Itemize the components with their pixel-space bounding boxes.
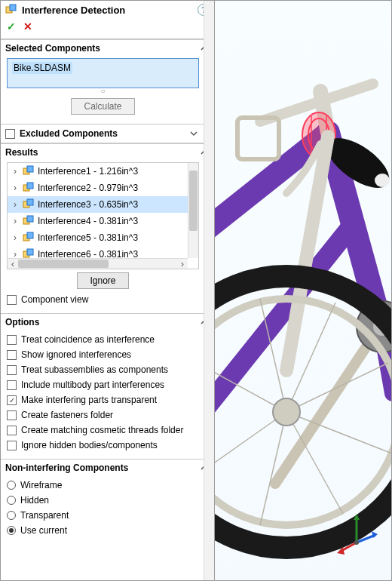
options-body: Treat coincidence as interferenceShow ig… bbox=[1, 329, 214, 459]
results-vscrollbar[interactable] bbox=[188, 163, 198, 258]
results-header[interactable]: Results bbox=[1, 143, 214, 159]
expand-caret-icon[interactable]: › bbox=[11, 166, 20, 177]
option-checkbox[interactable] bbox=[7, 426, 17, 435]
option-row[interactable]: Show ignored interferences bbox=[7, 347, 199, 362]
resize-grip[interactable]: ○ bbox=[7, 87, 199, 95]
result-item[interactable]: ›Interference4 - 0.381in^3 bbox=[8, 213, 188, 229]
svg-rect-5 bbox=[27, 183, 33, 189]
option-row[interactable]: Treat subassemblies as components bbox=[7, 362, 199, 377]
result-label: Interference5 - 0.381in^3 bbox=[38, 232, 138, 243]
options-header[interactable]: Options bbox=[1, 313, 214, 329]
selected-components-label: Selected Components bbox=[5, 43, 100, 54]
calculate-button[interactable]: Calculate bbox=[71, 98, 134, 115]
graphics-viewport[interactable] bbox=[215, 1, 391, 580]
selected-item: Bike.SLDASM bbox=[12, 62, 72, 74]
radio-label: Hidden bbox=[20, 495, 49, 506]
result-label: Interference1 - 1.216in^3 bbox=[38, 166, 138, 177]
option-checkbox[interactable] bbox=[7, 335, 17, 345]
svg-line-29 bbox=[286, 363, 388, 412]
radio-button[interactable] bbox=[7, 526, 16, 535]
result-label: Interference2 - 0.979in^3 bbox=[38, 183, 138, 193]
selected-components-input[interactable]: Bike.SLDASM bbox=[7, 58, 199, 88]
selected-components-body: Bike.SLDASM ○ Calculate bbox=[1, 55, 214, 124]
option-checkbox[interactable]: ✓ bbox=[7, 395, 17, 405]
svg-line-26 bbox=[215, 412, 286, 484]
panel-scrollbar[interactable] bbox=[204, 1, 214, 580]
interference-icon bbox=[23, 232, 35, 244]
result-item[interactable]: ›Interference3 - 0.635in^3 bbox=[8, 196, 188, 213]
component-view-checkbox[interactable] bbox=[7, 295, 17, 305]
panel-header: Interference Detection ? bbox=[1, 1, 214, 17]
scroll-left-icon[interactable]: ‹ bbox=[8, 259, 18, 269]
svg-rect-11 bbox=[27, 232, 33, 238]
interference-icon bbox=[23, 182, 35, 194]
expand-caret-icon[interactable]: › bbox=[11, 183, 20, 193]
interference-icon bbox=[23, 248, 35, 258]
expand-caret-icon[interactable]: › bbox=[11, 232, 20, 243]
view-triad[interactable] bbox=[334, 512, 379, 558]
result-item[interactable]: ›Interference6 - 0.381in^3 bbox=[8, 246, 188, 258]
option-label: Include multibody part interferences bbox=[21, 380, 164, 390]
svg-rect-3 bbox=[27, 166, 33, 172]
option-label: Show ignored interferences bbox=[21, 349, 131, 360]
option-checkbox[interactable] bbox=[7, 380, 17, 390]
scroll-right-icon[interactable]: › bbox=[177, 259, 188, 269]
results-hscrollbar[interactable]: ‹ › bbox=[8, 258, 188, 269]
option-row[interactable]: Create fasteners folder bbox=[7, 407, 199, 423]
excluded-components-header[interactable]: Excluded Components bbox=[1, 124, 214, 143]
ignore-button[interactable]: Ignore bbox=[77, 272, 128, 289]
option-checkbox[interactable] bbox=[7, 410, 17, 420]
noninterfering-option[interactable]: Transparent bbox=[7, 508, 199, 523]
excluded-checkbox[interactable] bbox=[5, 129, 15, 139]
svg-point-40 bbox=[354, 540, 359, 545]
options-label: Options bbox=[5, 317, 39, 327]
excluded-label: Excluded Components bbox=[20, 128, 118, 139]
svg-rect-7 bbox=[27, 199, 33, 205]
option-checkbox[interactable] bbox=[7, 441, 17, 450]
noninterfering-option[interactable]: Hidden bbox=[7, 493, 199, 508]
option-row[interactable]: Include multibody part interferences bbox=[7, 377, 199, 392]
option-label: Treat coincidence as interference bbox=[21, 334, 155, 345]
radio-button[interactable] bbox=[7, 481, 16, 490]
option-row[interactable]: Ignore hidden bodies/components bbox=[7, 438, 199, 453]
option-row[interactable]: ✓Make interfering parts transparent bbox=[7, 392, 199, 407]
option-row[interactable]: Treat coincidence as interference bbox=[7, 332, 199, 347]
noninterfering-option[interactable]: Wireframe bbox=[7, 478, 199, 493]
noninterfering-header[interactable]: Non-interfering Components bbox=[1, 459, 214, 475]
result-label: Interference6 - 0.381in^3 bbox=[38, 249, 138, 258]
radio-button[interactable] bbox=[7, 511, 16, 520]
interference-icon bbox=[23, 165, 35, 177]
svg-line-36 bbox=[357, 535, 375, 543]
selected-components-header[interactable]: Selected Components bbox=[1, 39, 214, 55]
results-list: ›Interference1 - 1.216in^3›Interference2… bbox=[7, 162, 199, 269]
chevron-down-icon bbox=[188, 128, 199, 139]
svg-point-22 bbox=[375, 174, 390, 187]
option-label: Make interfering parts transparent bbox=[21, 395, 157, 405]
svg-marker-35 bbox=[354, 514, 360, 520]
result-item[interactable]: ›Interference2 - 0.979in^3 bbox=[8, 180, 188, 196]
option-checkbox[interactable] bbox=[7, 365, 17, 375]
interference-icon bbox=[23, 215, 35, 227]
result-item[interactable]: ›Interference1 - 1.216in^3 bbox=[8, 163, 188, 180]
expand-caret-icon[interactable]: › bbox=[11, 249, 20, 258]
component-view-row[interactable]: Component view bbox=[7, 292, 199, 307]
component-view-label: Component view bbox=[21, 294, 88, 305]
noninterfering-body: WireframeHiddenTransparentUse current bbox=[1, 475, 214, 544]
option-label: Treat subassemblies as components bbox=[21, 364, 168, 375]
option-row[interactable]: Create matching cosmetic threads folder bbox=[7, 423, 199, 438]
result-item[interactable]: ›Interference5 - 0.381in^3 bbox=[8, 229, 188, 246]
noninterfering-label: Non-interfering Components bbox=[5, 463, 128, 473]
ok-button[interactable]: ✓ bbox=[7, 20, 16, 32]
svg-rect-1 bbox=[10, 5, 16, 11]
option-checkbox[interactable] bbox=[7, 350, 17, 360]
noninterfering-option[interactable]: Use current bbox=[7, 523, 199, 538]
expand-caret-icon[interactable]: › bbox=[11, 216, 20, 226]
option-label: Create matching cosmetic threads folder bbox=[21, 425, 183, 435]
result-label: Interference3 - 0.635in^3 bbox=[38, 199, 138, 210]
radio-label: Use current bbox=[20, 525, 67, 536]
svg-rect-13 bbox=[27, 249, 33, 255]
expand-caret-icon[interactable]: › bbox=[11, 199, 20, 210]
radio-button[interactable] bbox=[7, 496, 16, 505]
results-body: ›Interference1 - 1.216in^3›Interference2… bbox=[1, 159, 214, 313]
cancel-button[interactable]: ✕ bbox=[23, 20, 32, 32]
